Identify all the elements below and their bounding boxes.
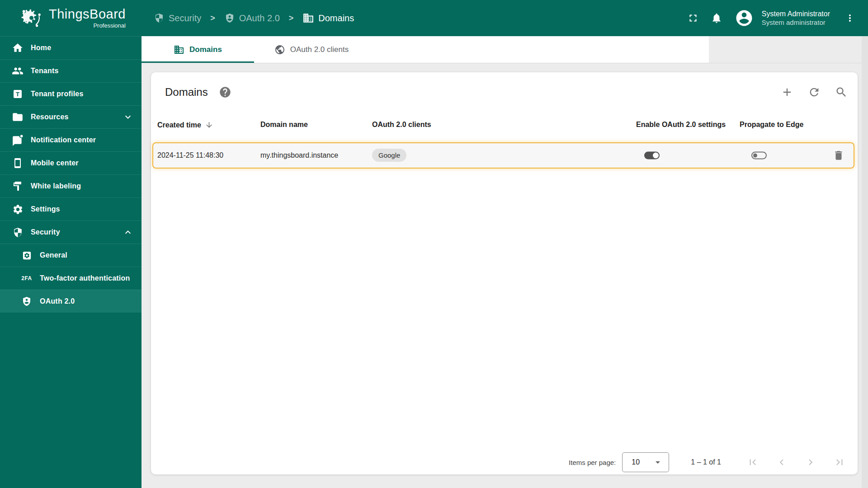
chevron-down-icon xyxy=(123,112,133,122)
last-page-button[interactable] xyxy=(829,451,850,473)
svg-text:T: T xyxy=(16,91,19,98)
cell-created-time: 2024-11-25 11:48:30 xyxy=(157,151,223,160)
domain-icon xyxy=(302,12,314,24)
breadcrumb-domains: Domains xyxy=(302,12,354,24)
home-icon xyxy=(12,42,24,54)
tenants-people-icon xyxy=(12,65,24,77)
breadcrumb-separator: > xyxy=(208,14,218,23)
two-factor-icon: 2FA xyxy=(21,275,33,282)
chevron-up-icon xyxy=(123,227,133,238)
mobile-phone-icon xyxy=(12,158,24,169)
first-page-icon xyxy=(747,456,759,468)
sidebar-item-white-labeling[interactable]: White labeling xyxy=(0,174,142,197)
tab-bar: Domains OAuth 2.0 clients xyxy=(142,36,709,63)
gear-icon xyxy=(12,204,24,215)
column-oauth-clients: OAuth 2.0 clients xyxy=(372,121,431,129)
next-page-button[interactable] xyxy=(800,451,821,473)
table-header-row: Created time Domain name OAuth 2.0 clien… xyxy=(151,121,858,131)
user-name: System Administrator xyxy=(762,9,830,19)
sidebar-item-two-factor-auth[interactable]: 2FA Two-factor authentication xyxy=(0,267,142,290)
tab-oauth-clients[interactable]: OAuth 2.0 clients xyxy=(254,36,369,63)
folder-icon xyxy=(12,111,24,123)
plus-icon xyxy=(781,86,793,99)
paginator-range: 1 – 1 of 1 xyxy=(691,458,721,466)
breadcrumb-security[interactable]: Security xyxy=(154,13,201,23)
user-avatar[interactable] xyxy=(735,9,754,28)
tab-domains[interactable]: Domains xyxy=(142,36,254,63)
scrollbar[interactable] xyxy=(862,36,868,488)
refresh-button[interactable] xyxy=(804,82,824,102)
user-info: System Administrator System administrato… xyxy=(762,9,830,27)
user-menu-button[interactable] xyxy=(840,8,860,28)
enable-oauth-toggle[interactable] xyxy=(644,152,660,160)
sidebar-item-security[interactable]: Security xyxy=(0,221,142,244)
shield-icon xyxy=(12,227,24,238)
bell-icon xyxy=(711,12,722,24)
breadcrumb-separator: > xyxy=(286,14,297,23)
refresh-icon xyxy=(808,86,821,99)
cell-domain-name: my.thingsboard.instance xyxy=(260,151,338,160)
user-role: System administrator xyxy=(762,19,830,27)
column-created-time[interactable]: Created time xyxy=(157,121,213,129)
column-propagate-edge: Propagate to Edge xyxy=(740,121,803,129)
sort-desc-arrow-icon xyxy=(205,121,213,129)
sidebar-item-security-general[interactable]: General xyxy=(0,244,142,267)
chevron-left-icon xyxy=(776,456,788,468)
domains-panel: Domains xyxy=(151,72,858,474)
brand-name: ThingsBoard xyxy=(49,8,126,21)
thingsboard-logo[interactable]: ThingsBoard Professional xyxy=(21,7,126,29)
table-row[interactable]: 2024-11-25 11:48:30 my.thingsboard.insta… xyxy=(152,142,854,169)
breadcrumb: Security > OAuth 2.0 > Domains xyxy=(154,12,354,24)
paint-roller-icon xyxy=(12,181,24,192)
page-size-value: 10 xyxy=(632,458,640,466)
shield-person-icon xyxy=(224,13,235,23)
search-icon xyxy=(835,86,848,99)
app-header: ThingsBoard Professional Security > OAut… xyxy=(0,0,868,36)
sidebar-item-notification-center[interactable]: Notification center xyxy=(0,128,142,151)
sidebar-item-oauth2[interactable]: OAuth 2.0 xyxy=(0,290,142,313)
sidebar-item-tenants[interactable]: Tenants xyxy=(0,59,142,82)
fullscreen-icon xyxy=(687,12,699,24)
thingsboard-logo-icon xyxy=(21,7,42,29)
main-content: Domains OAuth 2.0 clients Domains xyxy=(142,36,868,488)
sidebar: Home Tenants T Tenant profiles Resources… xyxy=(0,36,142,488)
sidebar-item-settings[interactable]: Settings xyxy=(0,197,142,221)
brand-edition: Professional xyxy=(93,22,126,29)
fullscreen-button[interactable] xyxy=(683,8,703,28)
column-domain-name[interactable]: Domain name xyxy=(260,121,308,129)
chevron-right-icon xyxy=(805,456,816,468)
shield-person-icon xyxy=(21,296,33,307)
tenant-profile-icon: T xyxy=(12,89,24,99)
help-icon xyxy=(219,86,231,99)
domain-icon xyxy=(174,44,184,55)
kebab-menu-icon xyxy=(844,13,855,23)
column-enable-oauth: Enable OAuth 2.0 settings xyxy=(636,121,726,129)
notifications-button[interactable] xyxy=(707,8,726,28)
last-page-icon xyxy=(834,456,845,468)
items-per-page-label: Items per page: xyxy=(569,459,616,466)
sidebar-item-mobile-center[interactable]: Mobile center xyxy=(0,151,142,174)
search-button[interactable] xyxy=(831,82,851,102)
cell-oauth-clients: Google xyxy=(372,151,406,160)
notification-center-icon xyxy=(12,134,24,146)
dropdown-caret-icon xyxy=(652,457,663,468)
trash-icon xyxy=(833,150,844,161)
settings-applications-icon xyxy=(21,250,33,261)
sidebar-item-home[interactable]: Home xyxy=(0,36,142,59)
first-page-button[interactable] xyxy=(742,451,764,473)
paginator: Items per page: 10 1 – 1 of 1 xyxy=(151,450,850,475)
add-domain-button[interactable] xyxy=(777,82,797,102)
client-chip-google: Google xyxy=(372,149,406,162)
propagate-edge-toggle[interactable] xyxy=(751,152,767,160)
previous-page-button[interactable] xyxy=(771,451,793,473)
breadcrumb-oauth[interactable]: OAuth 2.0 xyxy=(224,13,280,23)
tab-bar-divider xyxy=(142,63,868,63)
delete-domain-button[interactable] xyxy=(829,145,849,165)
page-size-select[interactable]: 10 xyxy=(622,452,669,472)
sidebar-item-resources[interactable]: Resources xyxy=(0,105,142,128)
help-button[interactable] xyxy=(219,86,231,99)
sidebar-item-tenant-profiles[interactable]: T Tenant profiles xyxy=(0,82,142,105)
security-shield-icon xyxy=(154,13,165,23)
page-title: Domains xyxy=(165,86,208,99)
globe-icon xyxy=(274,44,285,55)
